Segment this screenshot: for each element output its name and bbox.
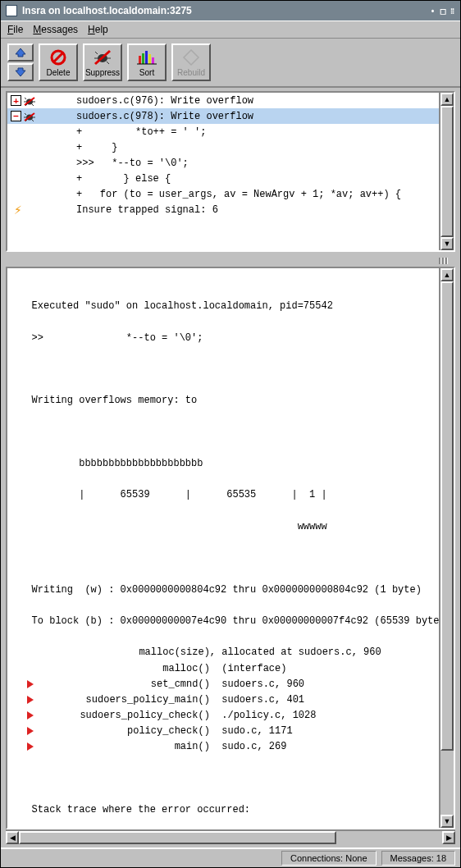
message-row[interactable]: >>> *--to = '\0'; bbox=[7, 155, 439, 171]
overflow-line: Writing overflows memory: to bbox=[14, 393, 432, 409]
svg-rect-15 bbox=[148, 54, 151, 64]
bug-icon bbox=[23, 112, 34, 121]
svg-line-33 bbox=[32, 120, 34, 121]
buffer-sizes: | 65539 | 65535 | 1 | bbox=[14, 487, 432, 503]
bolt-icon: ⚡ bbox=[14, 202, 22, 218]
split-handle[interactable] bbox=[6, 255, 455, 267]
status-connections: Connections: None bbox=[281, 851, 377, 866]
stack-marker-icon bbox=[27, 742, 34, 751]
stack-marker-icon bbox=[27, 727, 34, 735]
message-text: Insure trapped signal: 6 bbox=[53, 204, 436, 216]
scroll-left-icon[interactable]: ◀ bbox=[6, 831, 19, 844]
svg-line-25 bbox=[32, 104, 34, 106]
scroll-down-icon[interactable]: ▼ bbox=[440, 237, 454, 250]
detail-content[interactable]: Executed "sudo" on localhost.localdomain… bbox=[7, 268, 439, 828]
message-list[interactable]: +sudoers.c(976): Write overflow−sudoers.… bbox=[7, 93, 439, 250]
svg-marker-1 bbox=[16, 68, 25, 76]
stack-marker-icon bbox=[27, 680, 34, 688]
scroll-right-icon[interactable]: ▶ bbox=[442, 831, 455, 844]
svg-rect-14 bbox=[145, 51, 148, 64]
menu-file[interactable]: File bbox=[7, 24, 23, 35]
alloc-trace-line: sudoers_policy_check() ./policy.c, 1028 bbox=[14, 708, 432, 724]
svg-marker-0 bbox=[16, 48, 25, 57]
message-list-panel: +sudoers.c(976): Write overflow−sudoers.… bbox=[6, 91, 455, 252]
expand-icon[interactable]: + bbox=[11, 95, 21, 106]
scroll-up-icon[interactable]: ▲ bbox=[440, 93, 454, 106]
svg-line-10 bbox=[107, 62, 109, 64]
svg-rect-12 bbox=[139, 56, 141, 64]
message-row[interactable]: −sudoers.c(978): Write overflow bbox=[7, 108, 439, 124]
svg-line-3 bbox=[53, 53, 63, 62]
message-row[interactable]: + for (to = user_args, av = NewArgv + 1;… bbox=[7, 186, 439, 202]
more-button[interactable]: ⁝⁝ bbox=[449, 7, 455, 16]
message-row[interactable]: + *to++ = ' '; bbox=[7, 124, 439, 139]
sort-icon bbox=[137, 49, 157, 66]
message-row[interactable]: ⚡Insure trapped signal: 6 bbox=[7, 202, 439, 217]
scroll-up-icon[interactable]: ▲ bbox=[440, 268, 454, 281]
msglist-scrollbar[interactable]: ▲ ▼ bbox=[439, 93, 454, 250]
stack-marker-icon bbox=[27, 696, 34, 704]
collapse-icon[interactable]: − bbox=[11, 111, 21, 121]
svg-rect-16 bbox=[152, 57, 154, 64]
rebuild-button[interactable]: Rebuild bbox=[171, 43, 211, 81]
sort-label: Sort bbox=[139, 68, 154, 77]
arrow-up-icon bbox=[14, 48, 27, 57]
svg-line-5 bbox=[95, 52, 98, 54]
message-text: + *to++ = ' '; bbox=[53, 126, 436, 138]
svg-marker-18 bbox=[184, 50, 199, 65]
alloc-trace-line: main() sudo.c, 269 bbox=[14, 739, 432, 755]
buffer-w: wwwww bbox=[14, 519, 432, 535]
delete-button[interactable]: Delete bbox=[39, 43, 78, 81]
window-titlebar: Insra on localhost.localdomain:3275 • ◻ … bbox=[1, 1, 460, 21]
svg-rect-13 bbox=[142, 53, 144, 64]
alloc-trace-line: sudoers_policy_main() sudoers.c, 401 bbox=[14, 692, 432, 708]
rebuild-label: Rebuild bbox=[177, 68, 205, 77]
message-text: >>> *--to = '\0'; bbox=[53, 158, 436, 169]
message-text: + } else { bbox=[53, 173, 436, 185]
minimize-button[interactable]: • bbox=[429, 7, 436, 16]
suppress-label: Suppress bbox=[85, 68, 120, 77]
detail-panel: Executed "sudo" on localhost.localdomain… bbox=[6, 267, 455, 829]
delete-icon bbox=[49, 48, 67, 66]
rebuild-icon bbox=[182, 48, 200, 66]
window-title: Insra on localhost.localdomain:3275 bbox=[22, 5, 426, 16]
message-text: + for (to = user_args, av = NewArgv + 1;… bbox=[53, 189, 436, 200]
message-row[interactable]: + } bbox=[7, 139, 439, 155]
maximize-button[interactable]: ◻ bbox=[439, 7, 445, 16]
marker-line: >> *--to = '\0'; bbox=[14, 331, 432, 346]
message-row[interactable]: +sudoers.c(976): Write overflow bbox=[7, 93, 439, 108]
arrow-down-icon bbox=[14, 67, 27, 77]
buffer-b: bbbbbbbbbbbbbbbbbbbbb bbox=[14, 456, 432, 472]
detail-vscrollbar[interactable]: ▲ ▼ bbox=[439, 268, 454, 828]
stack-marker-icon bbox=[27, 711, 34, 720]
svg-line-28 bbox=[25, 113, 26, 115]
sort-button[interactable]: Sort bbox=[127, 43, 167, 81]
suppress-icon bbox=[93, 48, 112, 66]
status-bar: Connections: None Messages: 18 bbox=[1, 847, 460, 867]
svg-line-20 bbox=[25, 98, 26, 99]
alloc-trace-line: malloc(size), allocated at sudoers.c, 96… bbox=[14, 645, 432, 660]
message-text: + } bbox=[53, 142, 436, 153]
toolbar: Delete Suppress Sort Rebuild bbox=[1, 39, 460, 88]
delete-label: Delete bbox=[47, 68, 71, 77]
alloc-trace-line: policy_check() sudo.c, 1171 bbox=[14, 724, 432, 739]
menu-help[interactable]: Help bbox=[88, 24, 108, 35]
detail-hscrollbar[interactable]: ◀ ▶ bbox=[6, 829, 455, 844]
bug-icon bbox=[23, 96, 34, 106]
alloc-trace-line: set_cmnd() sudoers.c, 960 bbox=[14, 677, 432, 692]
message-text: sudoers.c(978): Write overflow bbox=[53, 111, 436, 122]
message-text: sudoers.c(976): Write overflow bbox=[53, 95, 436, 107]
status-messages: Messages: 18 bbox=[381, 851, 455, 866]
menubar: File Messages Help bbox=[1, 21, 460, 39]
exec-line: Executed "sudo" on localhost.localdomain… bbox=[14, 299, 432, 314]
write-w-line: Writing (w) : 0x0000000000804c92 thru 0x… bbox=[14, 582, 432, 598]
menu-messages[interactable]: Messages bbox=[33, 24, 78, 35]
alloc-trace-line: malloc() (interface) bbox=[14, 661, 432, 677]
stack-header: Stack trace where the error occurred: bbox=[14, 802, 432, 818]
app-icon bbox=[6, 5, 17, 16]
nav-up-button[interactable] bbox=[7, 43, 34, 62]
nav-down-button[interactable] bbox=[7, 63, 34, 81]
message-row[interactable]: + } else { bbox=[7, 171, 439, 186]
scroll-down-icon[interactable]: ▼ bbox=[440, 815, 454, 828]
suppress-button[interactable]: Suppress bbox=[83, 43, 122, 81]
